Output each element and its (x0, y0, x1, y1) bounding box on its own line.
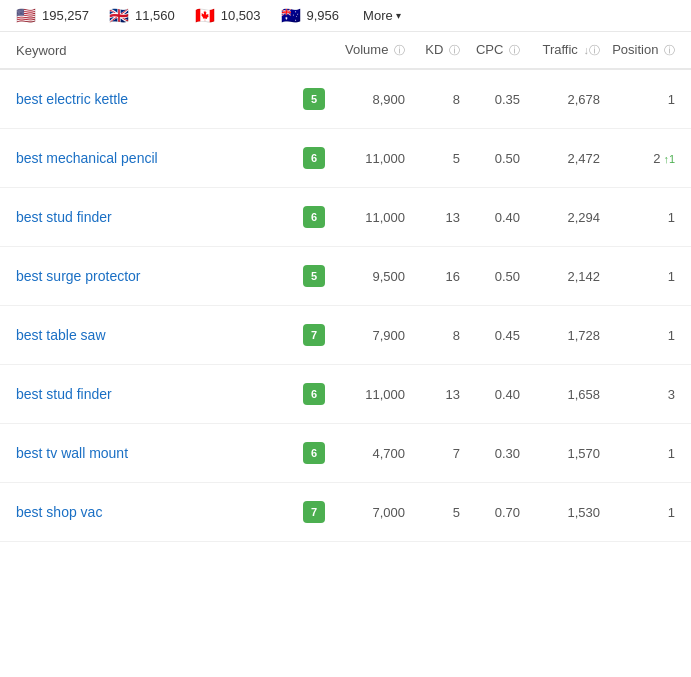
volume-cell: 11,000 (325, 387, 405, 402)
cpc-cell: 0.50 (460, 151, 520, 166)
cpc-cell: 0.35 (460, 92, 520, 107)
volume-cell: 7,000 (325, 505, 405, 520)
kd-num-cell: 6 (265, 442, 325, 464)
cpc-info-icon[interactable]: ⓘ (509, 43, 520, 58)
position-value: 2 (653, 151, 660, 166)
header-kd: KD ⓘ (405, 42, 460, 58)
stat-au: 🇦🇺 9,956 (281, 6, 340, 25)
position-cell: 1 (600, 269, 675, 284)
position-cell: 1 (600, 92, 675, 107)
cpc-cell: 0.50 (460, 269, 520, 284)
flag-gb: 🇬🇧 (109, 6, 129, 25)
table-row: best stud finder 6 11,000 13 0.40 1,658 … (0, 365, 691, 424)
stat-ca: 🇨🇦 10,503 (195, 6, 261, 25)
position-cell: 3 (600, 387, 675, 402)
kd-cell: 5 (405, 505, 460, 520)
keyword-link[interactable]: best table saw (16, 327, 106, 343)
table-row: best surge protector 5 9,500 16 0.50 2,1… (0, 247, 691, 306)
keyword-cell: best stud finder (16, 209, 265, 225)
stat-gb: 🇬🇧 11,560 (109, 6, 175, 25)
keyword-link[interactable]: best tv wall mount (16, 445, 128, 461)
kd-num-cell: 7 (265, 501, 325, 523)
traffic-info-icon[interactable]: ↓ⓘ (584, 43, 601, 58)
kd-badge: 7 (303, 324, 325, 346)
position-cell: 1 (600, 210, 675, 225)
keyword-cell: best tv wall mount (16, 445, 265, 461)
cpc-cell: 0.70 (460, 505, 520, 520)
kd-info-icon[interactable]: ⓘ (449, 43, 460, 58)
table-row: best tv wall mount 6 4,700 7 0.30 1,570 … (0, 424, 691, 483)
keyword-cell: best surge protector (16, 268, 265, 284)
volume-info-icon[interactable]: ⓘ (394, 43, 405, 58)
kd-cell: 13 (405, 210, 460, 225)
stat-ca-value: 10,503 (221, 8, 261, 23)
kd-num-cell: 5 (265, 265, 325, 287)
position-value: 1 (668, 210, 675, 225)
kd-badge: 6 (303, 383, 325, 405)
position-cell: 2↑1 (600, 151, 675, 166)
position-value: 1 (668, 446, 675, 461)
kd-cell: 8 (405, 92, 460, 107)
table-header: Keyword Volume ⓘ KD ⓘ CPC ⓘ Traffic ↓ⓘ P… (0, 32, 691, 70)
kd-num-cell: 5 (265, 88, 325, 110)
keyword-link[interactable]: best surge protector (16, 268, 141, 284)
kd-cell: 7 (405, 446, 460, 461)
position-value: 1 (668, 269, 675, 284)
keyword-cell: best mechanical pencil (16, 150, 265, 166)
volume-cell: 7,900 (325, 328, 405, 343)
keywords-table: Keyword Volume ⓘ KD ⓘ CPC ⓘ Traffic ↓ⓘ P… (0, 32, 691, 542)
keyword-cell: best shop vac (16, 504, 265, 520)
keyword-link[interactable]: best stud finder (16, 386, 112, 402)
position-change-icon: ↑1 (663, 153, 675, 165)
kd-badge: 6 (303, 442, 325, 464)
table-body: best electric kettle 5 8,900 8 0.35 2,67… (0, 70, 691, 542)
kd-badge: 5 (303, 265, 325, 287)
position-cell: 1 (600, 328, 675, 343)
kd-num-cell: 6 (265, 383, 325, 405)
keyword-link[interactable]: best electric kettle (16, 91, 128, 107)
keyword-cell: best stud finder (16, 386, 265, 402)
volume-cell: 11,000 (325, 210, 405, 225)
kd-cell: 5 (405, 151, 460, 166)
more-label: More (363, 8, 393, 23)
table-row: best electric kettle 5 8,900 8 0.35 2,67… (0, 70, 691, 129)
kd-cell: 13 (405, 387, 460, 402)
position-value: 3 (668, 387, 675, 402)
flag-au: 🇦🇺 (281, 6, 301, 25)
table-row: best stud finder 6 11,000 13 0.40 2,294 … (0, 188, 691, 247)
stat-us-value: 195,257 (42, 8, 89, 23)
header-volume: Volume ⓘ (325, 42, 405, 58)
kd-cell: 16 (405, 269, 460, 284)
kd-badge: 6 (303, 206, 325, 228)
volume-cell: 4,700 (325, 446, 405, 461)
traffic-cell: 1,530 (520, 505, 600, 520)
position-value: 1 (668, 505, 675, 520)
keyword-cell: best electric kettle (16, 91, 265, 107)
keyword-link[interactable]: best stud finder (16, 209, 112, 225)
stat-us: 🇺🇸 195,257 (16, 6, 89, 25)
more-button[interactable]: More ▾ (363, 8, 401, 23)
chevron-down-icon: ▾ (396, 10, 401, 21)
table-row: best shop vac 7 7,000 5 0.70 1,530 1 (0, 483, 691, 542)
table-row: best table saw 7 7,900 8 0.45 1,728 1 (0, 306, 691, 365)
kd-num-cell: 6 (265, 206, 325, 228)
position-info-icon[interactable]: ⓘ (664, 43, 675, 58)
position-cell: 1 (600, 505, 675, 520)
traffic-cell: 2,142 (520, 269, 600, 284)
keyword-cell: best table saw (16, 327, 265, 343)
cpc-cell: 0.40 (460, 387, 520, 402)
traffic-cell: 2,678 (520, 92, 600, 107)
keyword-link[interactable]: best mechanical pencil (16, 150, 158, 166)
table-row: best mechanical pencil 6 11,000 5 0.50 2… (0, 129, 691, 188)
kd-badge: 5 (303, 88, 325, 110)
keyword-link[interactable]: best shop vac (16, 504, 102, 520)
flag-ca: 🇨🇦 (195, 6, 215, 25)
cpc-cell: 0.30 (460, 446, 520, 461)
cpc-cell: 0.45 (460, 328, 520, 343)
kd-badge: 7 (303, 501, 325, 523)
traffic-cell: 1,658 (520, 387, 600, 402)
traffic-cell: 2,294 (520, 210, 600, 225)
traffic-cell: 1,570 (520, 446, 600, 461)
traffic-cell: 1,728 (520, 328, 600, 343)
kd-num-cell: 7 (265, 324, 325, 346)
